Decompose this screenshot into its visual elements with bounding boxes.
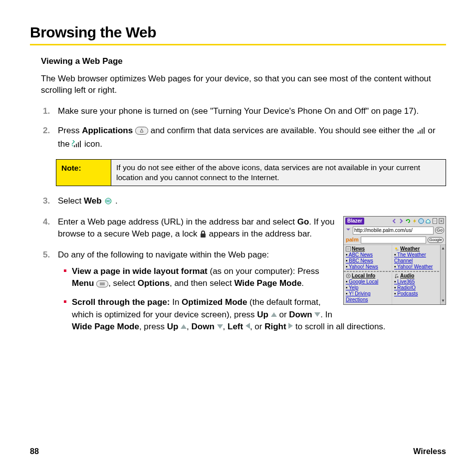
go-label: Go	[297, 217, 309, 227]
down-label2: Down	[192, 322, 215, 331]
step-3: 3. Select Web .	[58, 195, 446, 209]
svg-rect-27	[201, 234, 206, 238]
t: to scroll in all directions.	[293, 322, 385, 331]
step-number: 5.	[43, 249, 50, 261]
note-box: Note: If you do not see either of the ab…	[56, 159, 446, 186]
page-title: Browsing the Web	[30, 24, 446, 41]
note-label: Note:	[56, 160, 111, 186]
bookmark-dropdown-icon[interactable]	[345, 227, 351, 234]
go-button[interactable]: Go	[435, 227, 444, 234]
step-1: 1. Make sure your phone is turned on (se…	[58, 105, 446, 118]
t: , or	[250, 322, 264, 331]
signal-bars-icon	[417, 126, 426, 139]
step-text: Press	[58, 126, 82, 135]
t: ,	[187, 322, 191, 331]
sub-title: Scroll through the page:	[72, 297, 170, 307]
up-arrow-icon	[181, 324, 187, 329]
svg-rect-2	[420, 130, 421, 134]
page-icon[interactable]	[432, 218, 438, 224]
tool-icon[interactable]	[439, 218, 444, 224]
svg-rect-3	[422, 129, 423, 134]
web-globe-icon	[104, 197, 113, 209]
svg-point-16	[441, 220, 443, 222]
step-text: icon.	[84, 139, 102, 149]
step-2: 2. Press Applications and confirm that d…	[58, 125, 446, 187]
up-label: Up	[257, 310, 268, 319]
step-text: Select	[58, 196, 84, 206]
intro-paragraph: The Web browser optimizes Web pages for …	[41, 73, 446, 96]
globe-icon[interactable]	[418, 218, 424, 224]
t: .	[301, 278, 304, 288]
svg-rect-7	[78, 142, 79, 147]
left-label: Left	[228, 322, 243, 331]
left-arrow-icon	[245, 323, 250, 329]
applications-hardkey-icon	[135, 126, 148, 139]
page-number: 88	[30, 447, 39, 456]
svg-rect-1	[418, 132, 419, 134]
web-label: Web	[84, 196, 102, 206]
signal-data-icon	[72, 140, 82, 152]
t: , and then select	[170, 278, 234, 288]
section-subhead: Viewing a Web Page	[41, 56, 446, 66]
up-label2: Up	[167, 322, 179, 331]
note-text: If you do not see either of the above ic…	[111, 160, 446, 186]
options-label: Options	[138, 278, 170, 288]
up-arrow-icon	[271, 312, 277, 317]
step-text: Enter a Web page address (URL) in the ad…	[58, 217, 297, 227]
t: In	[170, 297, 182, 307]
title-rule	[30, 44, 446, 45]
google-button[interactable]: Google	[428, 237, 444, 243]
step-text: Make sure your phone is turned on (see "…	[58, 106, 419, 116]
down-arrow-icon	[217, 324, 223, 329]
wide-page-label2: Wide Page Mode	[72, 322, 139, 331]
t: , select	[108, 278, 138, 288]
step-4: 4. Blazer http://mobile.palm.	[58, 216, 446, 242]
lock-icon	[200, 230, 207, 242]
step-number: 3.	[43, 195, 50, 208]
sub-bullet-scroll: Scroll through the page: In Optimized Mo…	[72, 296, 446, 333]
palm-logo: palm	[346, 237, 359, 243]
t: (as on your computer): Press	[208, 266, 319, 276]
wide-page-label: Wide Page Mode	[234, 278, 301, 288]
svg-point-10	[419, 219, 424, 224]
reload-icon[interactable]	[405, 218, 411, 224]
search-input[interactable]	[361, 237, 427, 243]
lightning-icon[interactable]	[412, 218, 417, 224]
sub-bullet-wide: View a page in wide layout format (as on…	[72, 265, 446, 291]
step-text: appears in the address bar.	[209, 229, 312, 238]
step-text: and confirm that data services are avail…	[151, 126, 417, 135]
step-number: 1.	[43, 105, 50, 118]
optimized-label: Optimized Mode	[182, 297, 247, 307]
t: . In	[320, 310, 332, 319]
applications-label: Applications	[82, 126, 133, 135]
menu-label: Menu	[72, 278, 94, 288]
down-label: Down	[289, 310, 312, 319]
address-bar[interactable]: http://mobile.palm.com/us/	[353, 227, 434, 235]
t: ,	[223, 322, 228, 331]
nav-back-icon[interactable]	[391, 218, 397, 224]
right-label: Right	[264, 322, 286, 331]
t: , press	[139, 322, 167, 331]
step-text: .	[115, 196, 118, 206]
step-number: 4.	[43, 216, 50, 229]
home-icon[interactable]	[425, 218, 431, 224]
step-number: 2.	[43, 125, 50, 137]
svg-rect-5	[74, 145, 75, 147]
section-name: Wireless	[413, 447, 446, 456]
blazer-badge: Blazer	[345, 218, 364, 225]
menu-hardkey-icon	[96, 279, 108, 291]
nav-fwd-icon[interactable]	[398, 218, 404, 224]
step-text: Do any of the following to navigate with…	[58, 250, 269, 259]
sub-title: View a page in wide layout format	[72, 266, 208, 276]
t: or	[277, 310, 289, 319]
svg-rect-4	[424, 127, 425, 134]
svg-point-9	[105, 198, 111, 204]
down-arrow-icon	[314, 312, 320, 317]
step-5: 5. Do any of the following to navigate w…	[58, 249, 446, 333]
svg-rect-6	[76, 144, 77, 147]
svg-rect-8	[80, 141, 81, 147]
